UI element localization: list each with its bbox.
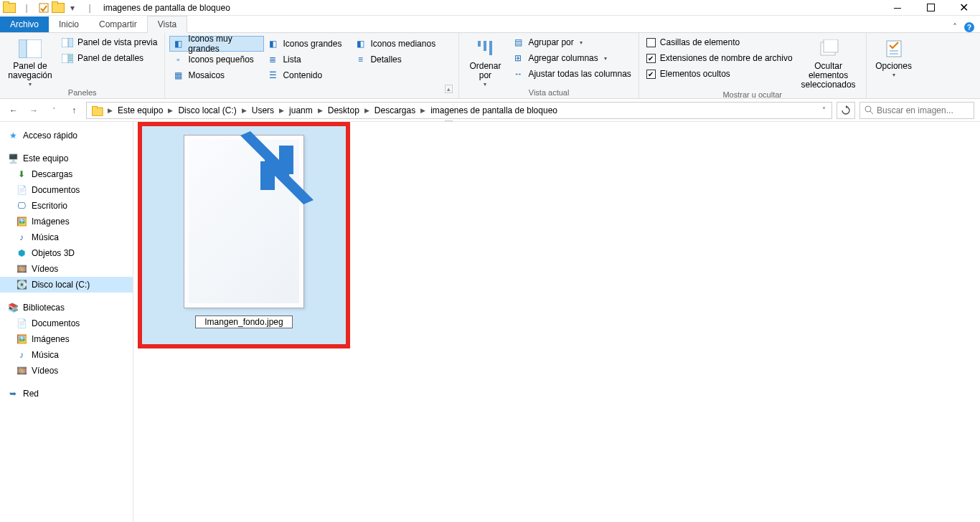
sidebar-network[interactable]: ➥Red (0, 386, 133, 402)
breadcrumb-seg[interactable]: Este equipo (115, 105, 166, 115)
panels-group-label: Paneles (4, 88, 160, 98)
small-icons-button[interactable]: ▫Iconos pequeños (169, 52, 264, 67)
title-bar: | ▾ | imagenes de pantalla de bloqueo ─ … (0, 0, 980, 16)
chevron-down-icon: ▾ (892, 72, 895, 79)
medium-icons-button[interactable]: ◧Iconos medianos (352, 36, 446, 52)
breadcrumb-seg[interactable]: Descargas (372, 105, 418, 115)
sidebar-pictures[interactable]: 🖼️Imágenes (0, 214, 133, 229)
svg-rect-16 (887, 41, 901, 57)
sidebar-this-pc[interactable]: 🖥️Este equipo (0, 151, 133, 166)
layout-scroll-up-icon[interactable]: ▴ (445, 85, 453, 93)
breadcrumb-dropdown-icon[interactable]: ˅ (818, 106, 830, 114)
add-columns-button[interactable]: ⊞Agregar columnas▾ (509, 50, 633, 66)
chevron-down-icon: ▾ (484, 82, 486, 88)
ribbon-group-show-hide: Casillas de elemento ✔Extensiones de nom… (639, 33, 867, 98)
svg-line-20 (870, 111, 873, 114)
ribbon-group-layout: ◧Iconos muy grandes ◧Iconos grandes ◧Ico… (165, 33, 459, 98)
content-button[interactable]: ☰Contenido (264, 67, 352, 83)
folder-icon (92, 106, 102, 115)
file-item-highlight: Imangen_fondo.jpeg (138, 122, 350, 348)
group-by-button[interactable]: ▤Agrupar por▾ (509, 34, 633, 50)
chevron-down-icon: ▾ (29, 82, 32, 88)
forward-button[interactable]: → (26, 103, 42, 118)
hidden-items-toggle[interactable]: ✔Elementos ocultos (644, 66, 796, 82)
svg-rect-15 (824, 39, 838, 52)
breadcrumb-seg[interactable]: imagenes de pantalla de bloqueo (428, 105, 560, 115)
file-list-pane[interactable]: Imangen_fondo.jpeg (133, 122, 980, 522)
address-bar: ← → ˅ ↑ ▶ Este equipo▶ Disco local (C:)▶… (0, 99, 980, 122)
breadcrumb-seg[interactable]: Disco local (C:) (175, 105, 239, 115)
show-hide-group-label: Mostrar u ocultar (644, 90, 862, 100)
hide-selected-button[interactable]: Ocultar elementos seleccionados (796, 34, 862, 90)
svg-rect-13 (489, 41, 492, 55)
qat-new-folder-icon[interactable] (3, 1, 16, 14)
minimize-button[interactable]: ─ (881, 0, 914, 16)
sidebar-music[interactable]: ♪Música (0, 229, 133, 245)
navigation-pane-button[interactable]: Panel de navegación ▾ (4, 34, 56, 88)
svg-rect-5 (68, 38, 73, 47)
fit-columns-button[interactable]: ↔Ajustar todas las columnas (509, 66, 633, 82)
sidebar-desktop[interactable]: 🖵Escritorio (0, 198, 133, 214)
search-input[interactable]: Buscar en imagen... (859, 102, 974, 119)
details-pane-button[interactable]: Panel de detalles (59, 50, 160, 66)
up-button[interactable]: ↑ (66, 103, 82, 118)
sidebar-lib-music[interactable]: ♪Música (0, 347, 133, 363)
window-title: imagenes de pantalla de bloqueo (103, 3, 230, 13)
help-icon[interactable]: ? (964, 22, 974, 32)
sidebar-videos[interactable]: 🎞️Vídeos (0, 261, 133, 277)
breadcrumb-seg[interactable]: Desktop (325, 105, 362, 115)
file-extensions-toggle[interactable]: ✔Extensiones de nombre de archivo (644, 50, 796, 66)
file-name-editor[interactable]: Imangen_fondo.jpeg (195, 315, 292, 328)
annotation-underline (155, 344, 333, 347)
nav-panel-label: Panel de navegación (4, 62, 56, 80)
breadcrumb-seg[interactable]: Users (249, 105, 277, 115)
qat-separator2: | (83, 1, 96, 14)
ribbon-collapse-icon[interactable]: ˄ (953, 22, 957, 32)
sidebar-downloads[interactable]: ⬇Descargas (0, 166, 133, 182)
tab-share[interactable]: Compartir (89, 16, 147, 32)
sidebar-quick-access[interactable]: ★Acceso rápido (0, 128, 133, 143)
sidebar-objects3d[interactable]: ⬢Objetos 3D (0, 245, 133, 261)
svg-rect-12 (484, 41, 486, 51)
list-button[interactable]: ≣Lista (264, 52, 352, 67)
navigation-sidebar: ★Acceso rápido 🖥️Este equipo ⬇Descargas … (0, 122, 133, 522)
tab-view[interactable]: Vista (147, 16, 187, 33)
ribbon-tabs: Archivo Inicio Compartir Vista ˄ ? (0, 16, 980, 33)
sidebar-libraries[interactable]: 📚Bibliotecas (0, 300, 133, 315)
options-button[interactable]: Opciones ▾ (871, 34, 917, 79)
very-large-icons-button[interactable]: ◧Iconos muy grandes (169, 36, 264, 52)
refresh-button[interactable] (837, 102, 855, 119)
tab-home[interactable]: Inicio (49, 16, 89, 32)
file-thumbnail[interactable] (184, 135, 304, 308)
sidebar-lib-videos[interactable]: 🎞️Vídeos (0, 363, 133, 379)
preview-pane-label: Panel de vista previa (77, 37, 157, 47)
details-button[interactable]: ≡Detalles (352, 52, 446, 67)
large-icons-button[interactable]: ◧Iconos grandes (264, 36, 352, 52)
search-placeholder: Buscar en imagen... (877, 105, 953, 115)
back-button[interactable]: ← (6, 103, 22, 118)
ribbon-group-current-view: Ordenar por ▾ ▤Agrupar por▾ ⊞Agregar col… (459, 33, 639, 98)
sort-by-button[interactable]: Ordenar por ▾ (463, 34, 507, 88)
tiles-button[interactable]: ▦Mosaicos (169, 67, 264, 83)
qat-dropdown-icon[interactable]: ▾ (66, 1, 79, 14)
close-button[interactable]: ✕ (947, 0, 980, 16)
item-checkboxes-toggle[interactable]: Casillas de elemento (644, 34, 796, 50)
search-icon (864, 105, 874, 115)
ribbon-group-options: Opciones ▾ (867, 33, 921, 98)
maximize-button[interactable] (914, 0, 947, 16)
qat-folder-icon[interactable] (52, 1, 65, 14)
sidebar-lib-pictures[interactable]: 🖼️Imágenes (0, 331, 133, 347)
recent-locations-button[interactable]: ˅ (46, 103, 62, 118)
preview-pane-button[interactable]: Panel de vista previa (59, 34, 160, 50)
details-pane-label: Panel de detalles (77, 53, 143, 63)
sidebar-documents[interactable]: 📄Documentos (0, 182, 133, 198)
tab-file[interactable]: Archivo (0, 16, 49, 32)
breadcrumb-seg[interactable]: juanm (286, 105, 316, 115)
sidebar-lib-documents[interactable]: 📄Documentos (0, 315, 133, 331)
qat-properties-icon[interactable] (37, 1, 50, 14)
svg-rect-1 (927, 4, 934, 11)
sidebar-local-disk[interactable]: 💽Disco local (C:) (0, 277, 133, 293)
chevron-right-icon[interactable]: ▶ (105, 107, 115, 114)
current-view-group-label: Vista actual (463, 88, 633, 98)
breadcrumb[interactable]: ▶ Este equipo▶ Disco local (C:)▶ Users▶ … (86, 102, 832, 119)
